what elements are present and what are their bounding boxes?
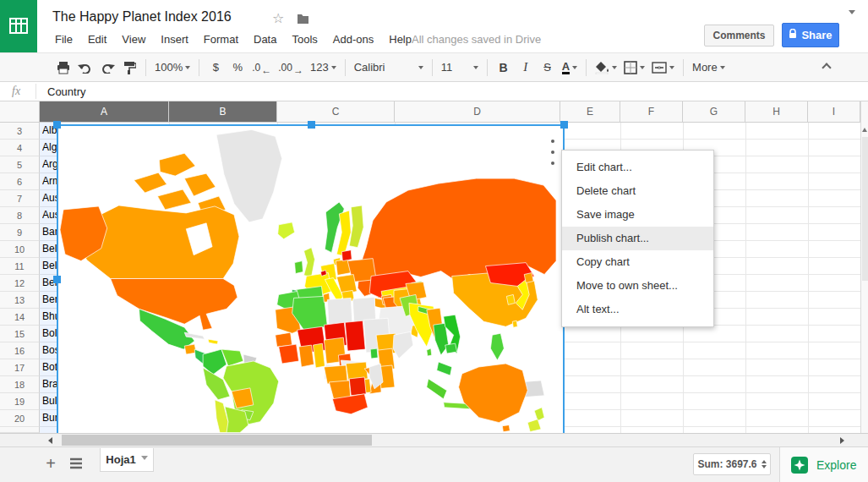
cell-A5[interactable]: Arg [42, 156, 57, 173]
chart-kebab-menu-icon[interactable] [547, 140, 559, 165]
italic-button[interactable]: I [515, 58, 537, 78]
bold-button[interactable]: B [493, 58, 515, 78]
menu-insert[interactable]: Insert [153, 30, 196, 49]
redo-button[interactable] [96, 58, 118, 78]
chart-handle-top-left[interactable] [53, 121, 61, 129]
menu-view[interactable]: View [114, 30, 153, 49]
row-header-19[interactable]: 19 [0, 393, 40, 410]
all-sheets-hamburger-icon[interactable] [69, 457, 83, 473]
context-menu-item-edit-chart[interactable]: Edit chart... [562, 156, 713, 179]
context-menu-item-delete-chart[interactable]: Delete chart [562, 179, 713, 203]
share-button[interactable]: Share [782, 23, 839, 47]
fill-color-button[interactable] [592, 58, 620, 78]
scroll-left-arrow-icon[interactable] [45, 437, 52, 444]
chart-handle-middle-left[interactable] [53, 276, 61, 283]
font-size-select[interactable]: 11 [438, 58, 482, 78]
column-header-B[interactable]: B [169, 101, 277, 123]
menu-edit[interactable]: Edit [80, 30, 114, 49]
embedded-geo-chart[interactable] [57, 124, 565, 433]
column-header-E[interactable]: E [560, 101, 620, 123]
decrease-decimal-button[interactable]: .0← [248, 58, 275, 78]
formula-input[interactable]: Country [47, 85, 86, 98]
undo-button[interactable] [74, 58, 96, 78]
row-header-6[interactable]: 6 [0, 173, 40, 190]
chart-handle-top-right[interactable] [560, 121, 568, 129]
print-button[interactable] [52, 58, 74, 78]
star-outline-icon[interactable]: ☆ [272, 10, 284, 26]
cell-A20[interactable]: Bur [42, 410, 57, 427]
context-menu-item-publish-chart[interactable]: Publish chart... [562, 227, 713, 250]
more-toolbar-button[interactable]: More [689, 58, 729, 78]
explore-button[interactable]: Explore [780, 447, 868, 482]
font-family-select[interactable]: Calibri [351, 58, 427, 78]
cell-A10[interactable]: Bel [42, 241, 57, 258]
row-header-11[interactable]: 11 [0, 258, 40, 275]
column-header-H[interactable]: H [745, 101, 808, 123]
cell-A13[interactable]: Ben [42, 292, 57, 309]
cell-A19[interactable]: Bul [42, 393, 57, 410]
more-formats-button[interactable]: 123 [307, 58, 340, 78]
cell-A18[interactable]: Bra [42, 376, 57, 393]
menu-data[interactable]: Data [246, 30, 284, 49]
borders-button[interactable] [620, 58, 648, 78]
cell-A8[interactable]: Aus [42, 207, 57, 224]
chart-handle-top-middle[interactable] [308, 121, 315, 129]
cell-A4[interactable]: Alg [42, 140, 57, 156]
scroll-right-arrow-icon[interactable] [840, 437, 848, 444]
vertical-scrollbar[interactable] [860, 101, 868, 433]
format-percent-button[interactable]: % [227, 58, 248, 78]
column-header-A[interactable]: A [40, 101, 169, 123]
row-header-8[interactable]: 8 [0, 207, 40, 224]
collapse-menus-caret-icon[interactable] [849, 10, 855, 18]
scroll-up-arrow-icon[interactable] [862, 125, 867, 132]
paint-format-button[interactable] [118, 58, 140, 78]
sheets-logo[interactable] [0, 0, 37, 52]
row-header-9[interactable]: 9 [0, 224, 40, 241]
row-header-7[interactable]: 7 [0, 190, 40, 207]
strikethrough-button[interactable]: S [537, 58, 559, 78]
row-header-18[interactable]: 18 [0, 376, 40, 393]
menu-format[interactable]: Format [196, 30, 246, 49]
cell-A14[interactable]: Bhu [42, 309, 57, 326]
cell-A6[interactable]: Arm [42, 173, 57, 190]
context-menu-item-move-to-own-sheet[interactable]: Move to own sheet... [562, 274, 713, 298]
select-all-corner[interactable] [0, 101, 40, 123]
row-header-13[interactable]: 13 [0, 292, 40, 309]
horizontal-scroll-thumb[interactable] [62, 435, 372, 446]
context-menu-item-alt-text[interactable]: Alt text... [562, 298, 713, 321]
sum-indicator[interactable]: Sum: 3697.6 [693, 453, 771, 475]
add-sheet-button[interactable]: + [41, 452, 61, 474]
format-currency-button[interactable]: $ [205, 58, 227, 78]
collapse-toolbar-button[interactable] [816, 58, 838, 78]
row-header-20[interactable]: 20 [0, 410, 40, 427]
text-color-button[interactable]: A [559, 58, 581, 78]
horizontal-scrollbar[interactable] [0, 433, 868, 446]
context-menu-item-save-image[interactable]: Save image [562, 203, 713, 227]
vertical-scroll-thumb[interactable] [862, 137, 868, 281]
increase-decimal-button[interactable]: .00→ [275, 58, 307, 78]
document-title[interactable]: The Happy Planet Index 2016 [52, 9, 232, 25]
row-header-10[interactable]: 10 [0, 241, 40, 258]
cell-A7[interactable]: Aus [42, 190, 57, 207]
context-menu-item-copy-chart[interactable]: Copy chart [562, 250, 713, 274]
row-header-partial[interactable] [0, 427, 40, 433]
menu-add-ons[interactable]: Add-ons [325, 30, 381, 49]
cell-A16[interactable]: Bos [42, 342, 57, 359]
row-header-16[interactable]: 16 [0, 342, 40, 359]
column-header-G[interactable]: G [683, 101, 745, 123]
column-header-F[interactable]: F [620, 101, 683, 123]
comments-button[interactable]: Comments [704, 25, 774, 47]
menu-file[interactable]: File [47, 30, 80, 49]
column-header-I[interactable]: I [808, 101, 860, 123]
row-header-5[interactable]: 5 [0, 156, 40, 173]
sheet-tab-hoja1[interactable]: Hoja1 [100, 448, 154, 472]
folder-icon[interactable] [297, 12, 309, 27]
cell-A9[interactable]: Ban [42, 224, 57, 241]
cell-A15[interactable]: Bol [42, 326, 57, 342]
menu-tools[interactable]: Tools [284, 30, 325, 49]
row-header-3[interactable]: 3 [0, 123, 40, 140]
cell-A11[interactable]: Bel [42, 258, 57, 275]
zoom-select[interactable]: 100% [151, 58, 194, 78]
column-header-C[interactable]: C [277, 101, 395, 123]
row-header-17[interactable]: 17 [0, 359, 40, 376]
